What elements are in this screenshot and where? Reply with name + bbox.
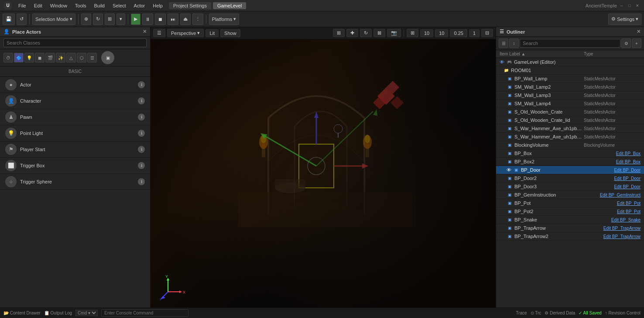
outliner-edit-bp-box[interactable]: Edit BP_Box: [616, 151, 641, 156]
actor-tool-visual-effects[interactable]: ✨: [56, 53, 65, 62]
revision-control-btn[interactable]: ↑ Revision Control: [605, 311, 641, 315]
transform-button[interactable]: ⊕: [81, 14, 91, 25]
actor-info-actor[interactable]: ℹ: [138, 81, 145, 88]
actor-info-pawn[interactable]: ℹ: [138, 114, 145, 121]
actor-tool-basic[interactable]: 🔷: [14, 53, 24, 62]
outliner-edit-bp-snake[interactable]: Edit BP_Snake: [611, 218, 641, 222]
selection-mode-dropdown[interactable]: Selection Mode ▾: [32, 14, 75, 25]
outliner-search-input[interactable]: [520, 39, 620, 48]
outliner-edit-bp-traparrow[interactable]: Edit BP_TrapArrow: [603, 226, 641, 231]
outliner-item-room01[interactable]: 📁 ROOM01: [496, 66, 644, 75]
platforms-dropdown[interactable]: Platforms ▾: [209, 14, 239, 25]
viewport-grid-value[interactable]: 10: [420, 29, 433, 37]
viewport-layout-button[interactable]: ⊟: [481, 29, 493, 37]
menu-help[interactable]: Help: [149, 2, 166, 9]
outliner-edit-bp-geminstruction[interactable]: Edit BP_GemInstruct: [600, 193, 641, 197]
search-classes-input[interactable]: [3, 38, 147, 47]
outliner-item-sm-lamp[interactable]: ▣ BP_Wall_Lamp StaticMeshActor: [496, 75, 644, 83]
more-options-button[interactable]: ⋮: [192, 14, 203, 25]
minimize-button[interactable]: ─: [619, 3, 625, 9]
actor-item-point-light[interactable]: 💡 Point Light ℹ: [0, 125, 150, 142]
outliner-item-bp-box[interactable]: ▣ BP_Box Edit BP_Box: [496, 149, 644, 158]
outliner-item-bp-box2[interactable]: ▣ BP_Box2 Edit BP_Box: [496, 158, 644, 166]
outliner-item-wooden-crate[interactable]: ▣ S_Old_Wooden_Crate StaticMeshActor: [496, 108, 644, 116]
content-drawer-btn[interactable]: 📂 Content Drawer: [3, 311, 41, 315]
viewport-translate-button[interactable]: ✚: [346, 29, 358, 37]
viewport-grid-toggle[interactable]: ⊞: [407, 29, 418, 37]
save-button[interactable]: 💾: [3, 14, 15, 25]
actor-tool-cinematic[interactable]: 🎬: [45, 53, 55, 62]
menu-build[interactable]: Build: [91, 2, 108, 9]
settings-dropdown[interactable]: ⚙ Settings ▾: [608, 14, 641, 25]
outliner-settings-button[interactable]: ⚙: [621, 38, 631, 48]
tab-game-level[interactable]: GameLevel: [213, 2, 246, 9]
viewport-menu-button[interactable]: ☰: [153, 29, 165, 37]
menu-file[interactable]: File: [15, 2, 30, 9]
outliner-close-icon[interactable]: ✕: [637, 29, 641, 35]
actor-item-player-start[interactable]: ⚑ Player Start ℹ: [0, 142, 150, 158]
outliner-filter-button[interactable]: ☰: [499, 38, 508, 48]
actor-item-trigger-box[interactable]: ⬜ Trigger Box ℹ: [0, 158, 150, 174]
viewport-select-mode-button[interactable]: ⊞: [333, 29, 345, 37]
actor-item-pawn[interactable]: ♟ Pawn ℹ: [0, 109, 150, 125]
viewport-pixel-snap[interactable]: 1: [469, 29, 480, 37]
viewport-rotate-button[interactable]: ↻: [360, 29, 372, 37]
actor-tool-recently-placed[interactable]: ⏱: [3, 53, 13, 62]
outliner-edit-bp-door3[interactable]: Edit BP_Door: [614, 184, 641, 189]
output-log-btn[interactable]: 📋 Output Log: [44, 311, 72, 315]
eye-icon[interactable]: 👁: [500, 59, 504, 65]
outliner-edit-bp-door2[interactable]: Edit BP_Door: [614, 176, 641, 181]
outliner-edit-bp-pot[interactable]: Edit BP_Pot: [617, 201, 641, 206]
actor-info-character[interactable]: ℹ: [138, 97, 145, 104]
outliner-item-bp-snake[interactable]: ▣ BP_Snake Edit BP_Snake: [496, 216, 644, 224]
skip-button[interactable]: ⏭: [168, 14, 178, 25]
outliner-item-bp-traparrow2[interactable]: ▣ BP_TrapArrow2 Edit BP_TrapArrow: [496, 232, 644, 241]
actor-item-actor[interactable]: ● Actor ℹ: [0, 77, 150, 93]
viewport[interactable]: X Y Z: [151, 39, 496, 318]
actor-item-trigger-sphere[interactable]: ○ Trigger Sphere ℹ: [0, 174, 150, 190]
menu-tools[interactable]: Tools: [72, 2, 90, 9]
viewport-perspective-button[interactable]: Perspective ▾: [167, 29, 204, 37]
outliner-item-bp-traparrow[interactable]: ▣ BP_TrapArrow Edit BP_TrapArrow: [496, 224, 644, 232]
viewport-scale-snap[interactable]: 0.25: [450, 29, 467, 37]
cmd-dropdown[interactable]: Cmd ▾: [75, 310, 98, 316]
viewport-camera-button[interactable]: 📷: [387, 29, 401, 37]
place-actors-close-icon[interactable]: ✕: [143, 29, 147, 35]
history-button[interactable]: ↺: [17, 14, 27, 25]
outliner-edit-bp-door[interactable]: Edit BP_Door: [614, 168, 641, 173]
outliner-item-war-hammer-var2[interactable]: ▣ S_War_Hammer_Axe_uh1pbcufa_lod3_Var2 S…: [496, 133, 644, 141]
viewport-scale-button[interactable]: ⊠: [373, 29, 385, 37]
actor-tool-volumes[interactable]: ⬡: [77, 53, 86, 62]
outliner-edit-bp-traparrow2[interactable]: Edit BP_TrapArrow: [603, 234, 641, 239]
all-saved-btn[interactable]: ✓ All Saved: [579, 311, 601, 315]
menu-actor[interactable]: Actor: [130, 2, 149, 9]
menu-window[interactable]: Window: [47, 2, 71, 9]
outliner-item-sm-lamp3[interactable]: ▣ SM_Wall_Lamp3 StaticMeshActor: [496, 91, 644, 100]
rotate-button[interactable]: ↻: [93, 14, 103, 25]
trace-btn[interactable]: Trace: [516, 311, 527, 315]
actor-info-trigger-box[interactable]: ℹ: [138, 162, 145, 169]
close-button[interactable]: ✕: [634, 3, 641, 9]
actor-info-trigger-sphere[interactable]: ℹ: [138, 178, 145, 185]
outliner-sort-button[interactable]: ↕: [509, 38, 519, 48]
outliner-item-bp-geminstruction[interactable]: ▣ BP_GemInstruction Edit BP_GemInstruct: [496, 191, 644, 199]
tab-project-settings[interactable]: Project Settings: [169, 2, 211, 9]
outliner-item-bp-door[interactable]: 👁 ▣ BP_Door Edit BP_Door: [496, 166, 644, 174]
stop-button[interactable]: ⏹: [155, 14, 166, 25]
play-button[interactable]: ▶: [131, 14, 140, 25]
actor-tool-geometry[interactable]: △: [66, 53, 76, 62]
actor-info-point-light[interactable]: ℹ: [138, 130, 145, 137]
maximize-button[interactable]: □: [627, 3, 633, 9]
outliner-item-wooden-crate-lid[interactable]: ▣ S_Old_Wooden_Crate_lid StaticMeshActor: [496, 116, 644, 124]
outliner-item-gamelevel[interactable]: 👁 🎮 GameLevel (Editor): [496, 58, 644, 66]
outliner-edit-bp-pot2[interactable]: Edit BP_Pot: [617, 209, 641, 214]
actor-item-character[interactable]: 👤 Character ℹ: [0, 93, 150, 109]
outliner-item-blocking-volume[interactable]: ▣ BlockingVolume BlockingVolume: [496, 141, 644, 149]
console-command-input[interactable]: [101, 309, 188, 317]
outliner-item-bp-door3[interactable]: ▣ BP_Door3 Edit BP_Door: [496, 183, 644, 191]
actor-tool-all-classes[interactable]: ☰: [87, 53, 97, 62]
outliner-item-war-hammer-var1[interactable]: ▣ S_War_Hammer_Axe_uh1pbcufa_lod3_Var1 S…: [496, 124, 644, 133]
outliner-edit-bp-box2[interactable]: Edit BP_Box: [616, 159, 641, 164]
snap-dropdown[interactable]: ▾: [116, 14, 125, 25]
actor-info-player-start[interactable]: ℹ: [138, 146, 145, 153]
